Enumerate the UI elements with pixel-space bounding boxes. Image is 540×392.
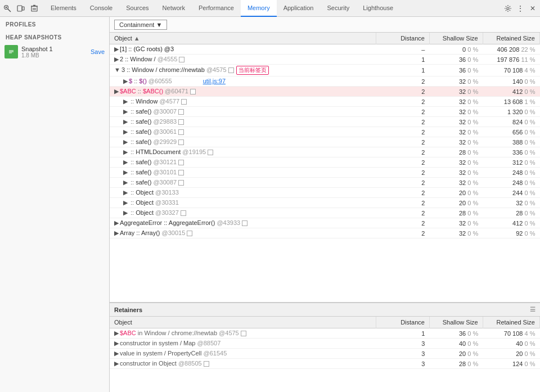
inspect-icon[interactable] (2, 3, 12, 13)
checkbox[interactable] (204, 361, 209, 367)
snapshot-size: 1.8 MB (21, 52, 53, 58)
main-table-area[interactable]: Object ▲ Distance Shallow Size Retained … (110, 33, 540, 302)
table-row[interactable]: ▶ :: safe() @30101232 0 %248 0 % (110, 168, 540, 178)
retainer-row[interactable]: ▶constructor in system / Map @88507340 0… (110, 339, 540, 349)
checkbox[interactable] (178, 170, 184, 175)
table-row[interactable]: ▶ :: Object @30133220 0 %244 0 % (110, 188, 540, 198)
table-row[interactable]: ▶ :: safe() @29929232 0 %388 0 % (110, 137, 540, 147)
ret-cell-shallow: 28 0 % (429, 359, 483, 369)
table-row[interactable]: ▶$ :: $() @60555 util.js:97232 0 %140 0 … (110, 76, 540, 87)
expand-btn[interactable]: ▶ (123, 209, 128, 217)
retainers-table-area[interactable]: Object Distance Shallow Size Retained Si… (110, 317, 540, 392)
table-row[interactable]: ▶ :: safe() @30061232 0 %656 0 % (110, 127, 540, 137)
checkbox[interactable] (178, 119, 184, 125)
table-row[interactable]: ▶ :: Object @30331220 0 %32 0 % (110, 198, 540, 208)
cell-retained-size: 92 0 % (483, 228, 539, 238)
table-row[interactable]: ▶ :: safe() @29883232 0 %824 0 % (110, 117, 540, 127)
settings-icon[interactable] (503, 3, 513, 13)
table-row[interactable]: ▶ :: safe() @30007232 0 %1 320 0 % (110, 107, 540, 117)
expand-btn[interactable]: ▶ (123, 159, 128, 166)
checkbox[interactable] (178, 139, 184, 145)
expand-btn[interactable]: ▶ (123, 128, 128, 136)
checkbox[interactable] (178, 129, 184, 135)
retainer-row[interactable]: ▶constructor in Object @88505328 0 %124 … (110, 359, 540, 369)
cell-object: ▶ :: safe() @30087 (110, 178, 376, 188)
expand-btn[interactable]: ▶ (123, 118, 128, 125)
expand-btn[interactable]: ▶ (114, 88, 119, 95)
expand-btn[interactable]: ▶ (114, 360, 119, 367)
cell-object: ▶$ABC :: $ABC() @60471 (110, 87, 376, 97)
retainer-row[interactable]: ▶value in system / PropertyCell @6154532… (110, 349, 540, 359)
expand-btn[interactable]: ▶ (114, 46, 119, 53)
expand-btn[interactable]: ▶ (114, 340, 119, 347)
table-row[interactable]: ▶Array :: Array() @30015232 0 %92 0 % (110, 228, 540, 238)
cell-retained-size: 406 208 22 % (483, 44, 539, 55)
expand-btn[interactable]: ▶ (123, 148, 128, 156)
table-row[interactable]: ▶AggregateError :: AggregateError() @439… (110, 218, 540, 228)
cell-distance: 2 (376, 117, 430, 127)
expand-btn[interactable]: ▶ (114, 56, 119, 63)
retainer-row[interactable]: ▶$ABC in Window / chrome://newtab @45751… (110, 328, 540, 339)
table-row[interactable]: ▼3 :: Window / chrome://newtab @4575当前标签… (110, 65, 540, 76)
tab-security[interactable]: Security (320, 0, 356, 17)
cell-distance: 2 (376, 97, 430, 107)
tab-lighthouse[interactable]: Lighthouse (356, 0, 400, 17)
tab-sources[interactable]: Sources (119, 0, 155, 17)
expand-btn[interactable]: ▶ (114, 219, 119, 227)
table-row[interactable]: ▶ :: Object @30327228 0 %28 0 % (110, 208, 540, 218)
tab-elements[interactable]: Elements (44, 0, 83, 17)
cell-shallow-size: 32 0 % (429, 97, 483, 107)
cell-object: ▶ :: safe() @29883 (110, 117, 376, 127)
expand-btn[interactable]: ▶ (114, 350, 119, 357)
more-icon[interactable]: ⋮ (515, 3, 525, 13)
table-row[interactable]: ▶[1] :: (GC roots) @3–0 0 %406 208 22 % (110, 44, 540, 55)
checkbox[interactable] (190, 89, 196, 94)
checkbox[interactable] (242, 220, 248, 226)
checkbox[interactable] (178, 160, 184, 165)
close-icon[interactable]: ✕ (528, 3, 538, 13)
checkbox[interactable] (208, 150, 213, 155)
tab-console[interactable]: Console (83, 0, 119, 17)
containment-button[interactable]: Containment ▼ (114, 20, 167, 30)
snapshot-item[interactable]: Snapshot 1 1.8 MB Save (0, 43, 109, 61)
cell-object: ▶[1] :: (GC roots) @3 (110, 44, 376, 55)
expand-btn[interactable]: ▶ (123, 199, 128, 206)
checkbox[interactable] (181, 99, 187, 105)
tab-memory[interactable]: Memory (241, 0, 277, 17)
checkbox[interactable] (178, 109, 184, 115)
checkbox[interactable] (228, 67, 234, 73)
expand-btn[interactable]: ▶ (114, 330, 119, 337)
checkbox[interactable] (241, 331, 246, 336)
expand-btn[interactable]: ▶ (114, 229, 119, 237)
checkbox[interactable] (179, 57, 184, 62)
expand-btn[interactable]: ▶ (123, 108, 128, 115)
table-row[interactable]: ▶ :: Window @4577232 0 %13 608 1 % (110, 97, 540, 107)
checkbox[interactable] (181, 210, 186, 216)
table-row[interactable]: ▶2 :: Window / @4555136 0 %197 876 11 % (110, 55, 540, 65)
expand-btn[interactable]: ▶ (123, 169, 128, 176)
expand-btn[interactable]: ▼ (114, 66, 120, 73)
save-link[interactable]: Save (91, 48, 105, 55)
ret-cell-shallow: 36 0 % (429, 328, 483, 339)
checkbox[interactable] (187, 231, 192, 236)
expand-btn[interactable]: ▶ (123, 189, 128, 196)
tab-network[interactable]: Network (156, 0, 192, 17)
expand-btn[interactable]: ▶ (123, 78, 128, 85)
ret-cell-object: ▶$ABC in Window / chrome://newtab @4575 (110, 328, 376, 339)
checkbox[interactable] (178, 180, 184, 186)
ret-cell-retained: 40 0 % (483, 339, 539, 349)
tab-performance[interactable]: Performance (192, 0, 241, 17)
table-row[interactable]: ▶ :: HTMLDocument @19195228 0 %336 0 % (110, 147, 540, 157)
device-icon[interactable] (16, 3, 26, 13)
content-area: Containment ▼ Object ▲ Distance Shallow … (110, 17, 540, 392)
expand-btn[interactable]: ▶ (123, 138, 128, 146)
trash-icon[interactable] (29, 3, 39, 13)
expand-btn[interactable]: ▶ (123, 98, 128, 105)
table-row[interactable]: ▶$ABC :: $ABC() @60471232 0 %412 0 % (110, 87, 540, 97)
cell-retained-size: 312 0 % (483, 157, 539, 168)
tab-application[interactable]: Application (277, 0, 321, 17)
util-link[interactable]: util.js:97 (203, 78, 226, 84)
table-row[interactable]: ▶ :: safe() @30087232 0 %248 0 % (110, 178, 540, 188)
table-row[interactable]: ▶ :: safe() @30121232 0 %312 0 % (110, 157, 540, 168)
expand-btn[interactable]: ▶ (123, 179, 128, 186)
